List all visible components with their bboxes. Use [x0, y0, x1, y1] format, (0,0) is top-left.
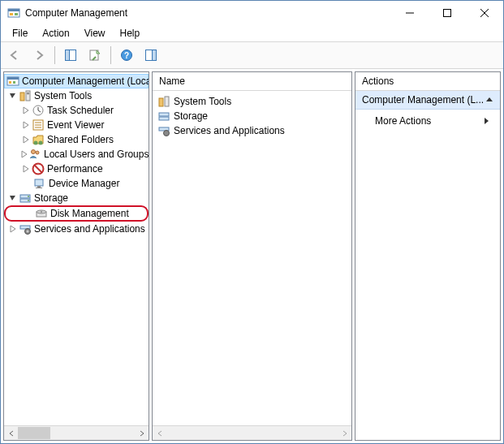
task-scheduler-icon	[32, 104, 45, 117]
services-apps-icon	[19, 222, 32, 235]
storage-icon	[19, 192, 32, 205]
menu-help[interactable]: Help	[114, 26, 147, 41]
tree-label: System Tools	[34, 90, 92, 101]
list-item-label: System Tools	[174, 96, 231, 107]
scroll-right-icon[interactable]	[135, 426, 149, 440]
scroll-left-icon[interactable]	[4, 426, 18, 440]
expand-toggle-icon[interactable]	[20, 134, 32, 145]
tree-label: Event Viewer	[47, 119, 104, 131]
menu-view[interactable]: View	[78, 26, 112, 41]
tree-item-services-apps[interactable]: Services and Applications	[4, 222, 149, 236]
actions-title: Actions	[362, 75, 394, 87]
minimize-button[interactable]	[391, 1, 429, 25]
system-tools-icon	[19, 89, 32, 102]
app-icon	[7, 6, 20, 19]
actions-body: More Actions	[355, 110, 500, 440]
list-item-label: Services and Applications	[174, 125, 285, 136]
local-users-icon	[28, 148, 41, 161]
svg-point-41	[28, 196, 29, 197]
scroll-right-icon[interactable]	[338, 426, 351, 440]
tree-item-root[interactable]: Computer Management (Local	[4, 74, 149, 88]
list-horizontal-scrollbar[interactable]	[153, 425, 351, 440]
svg-point-21	[27, 93, 29, 95]
device-manager-icon	[33, 177, 46, 190]
back-button[interactable]	[4, 45, 25, 66]
expand-toggle-icon[interactable]	[20, 119, 32, 131]
tree-label: Device Manager	[49, 178, 119, 189]
expand-toggle-icon[interactable]	[7, 223, 19, 235]
action-more-actions[interactable]: More Actions	[355, 113, 500, 129]
action-label: More Actions	[375, 115, 431, 127]
tree-item-device-manager[interactable]: Device Manager	[4, 176, 149, 191]
tree-label: Shared Folders	[47, 134, 114, 145]
list-item-storage[interactable]: Storage	[156, 109, 348, 123]
scrollbar-thumb[interactable]	[18, 427, 50, 439]
show-hide-tree-button[interactable]	[60, 45, 81, 66]
toolbar-separator	[54, 46, 55, 64]
scrollbar-track[interactable]	[18, 426, 135, 440]
expand-toggle-icon[interactable]	[20, 105, 32, 116]
disk-management-icon	[35, 207, 48, 220]
show-hide-action-pane-button[interactable]	[140, 45, 162, 66]
help-button[interactable]: ?	[116, 45, 137, 66]
svg-rect-9	[66, 50, 70, 61]
svg-point-31	[32, 150, 36, 154]
scroll-left-icon[interactable]	[153, 426, 166, 440]
svg-point-29	[34, 141, 38, 145]
toolbar: ?	[1, 42, 503, 69]
window-title: Computer Management	[25, 7, 127, 19]
expand-toggle-icon[interactable]	[20, 149, 28, 160]
tree-label: Local Users and Groups	[44, 149, 149, 160]
actions-context-bar[interactable]: Computer Management (L...	[355, 91, 500, 110]
system-tools-icon	[157, 95, 170, 108]
tree-item-disk-management[interactable]: Disk Management	[4, 205, 149, 222]
tree-label: Storage	[34, 192, 68, 204]
expand-toggle-icon[interactable]	[7, 90, 19, 101]
forward-button[interactable]	[28, 45, 50, 66]
column-name: Name	[159, 75, 185, 87]
tree-item-task-scheduler[interactable]: Task Scheduler	[4, 103, 149, 118]
scrollbar-track[interactable]	[166, 426, 338, 440]
svg-rect-2	[10, 13, 13, 15]
content-area: Computer Management (Local System Tools …	[1, 69, 503, 443]
actions-context-label: Computer Management (L...	[362, 94, 484, 106]
collapse-icon[interactable]	[485, 96, 493, 104]
svg-rect-1	[8, 9, 19, 11]
svg-rect-51	[159, 113, 169, 116]
menu-file[interactable]: File	[6, 26, 34, 41]
expand-toggle-icon[interactable]	[20, 163, 32, 175]
tree-label: Task Scheduler	[47, 105, 114, 116]
svg-rect-37	[37, 186, 41, 188]
list-pane: Name System Tools Storage Services and A…	[152, 71, 352, 441]
tree-item-storage[interactable]: Storage	[4, 191, 149, 205]
tree-item-local-users[interactable]: Local Users and Groups	[4, 147, 149, 162]
tree-horizontal-scrollbar[interactable]	[4, 425, 149, 440]
performance-icon	[32, 162, 45, 175]
tree-label: Services and Applications	[34, 223, 145, 235]
tree-label: Disk Management	[50, 208, 129, 219]
svg-rect-49	[159, 98, 163, 106]
services-apps-icon	[157, 124, 170, 137]
menu-action[interactable]: Action	[36, 26, 75, 41]
list-header[interactable]: Name	[153, 72, 351, 91]
tree-item-performance[interactable]: Performance	[4, 162, 149, 176]
window-computer-management: Computer Management File Action View Hel…	[0, 0, 504, 444]
tree-item-system-tools[interactable]: System Tools	[4, 88, 149, 103]
tree: Computer Management (Local System Tools …	[4, 72, 149, 425]
tree-item-shared-folders[interactable]: Shared Folders	[4, 132, 149, 147]
shared-folders-icon	[32, 133, 45, 146]
svg-point-45	[41, 211, 42, 213]
list-item-system-tools[interactable]: System Tools	[156, 94, 348, 109]
tree-item-event-viewer[interactable]: Event Viewer	[4, 118, 149, 132]
actions-header: Actions	[355, 72, 500, 91]
computer-management-icon	[6, 75, 19, 88]
list-body: System Tools Storage Services and Applic…	[153, 91, 351, 425]
list-item-services-apps[interactable]: Services and Applications	[156, 123, 348, 138]
title-bar: Computer Management	[1, 1, 503, 25]
close-button[interactable]	[466, 1, 503, 25]
maximize-button[interactable]	[429, 1, 466, 25]
expand-toggle-icon[interactable]	[7, 192, 19, 204]
svg-point-42	[28, 200, 29, 201]
properties-button[interactable]	[84, 45, 106, 66]
svg-rect-50	[165, 97, 169, 106]
